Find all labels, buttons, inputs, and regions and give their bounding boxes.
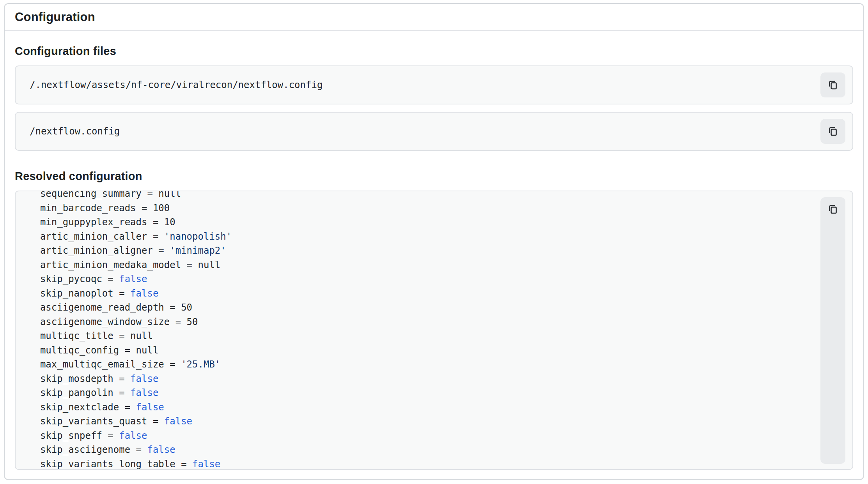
config-file-path: /.nextflow/assets/nf-core/viralrecon/nex… — [30, 79, 322, 90]
config-line: skip_snpeff = false — [29, 429, 810, 443]
config-line: sequencing_summary = null — [29, 191, 810, 201]
config-line: skip_mosdepth = false — [29, 372, 810, 386]
config-file-box: /nextflow.config — [15, 112, 853, 151]
config-file-box: /.nextflow/assets/nf-core/viralrecon/nex… — [15, 65, 853, 104]
copy-icon — [827, 125, 839, 137]
config-file-path: /nextflow.config — [30, 126, 120, 137]
page-title: Configuration — [15, 10, 95, 24]
resolved-configuration-heading: Resolved configuration — [15, 170, 853, 183]
config-line: asciigenome_read_depth = 50 — [29, 300, 810, 315]
config-line: skip_nanoplot = false — [29, 286, 810, 301]
config-line: asciigenome_window_size = 50 — [29, 315, 810, 329]
config-line: skip_variants_quast = false — [29, 414, 810, 429]
resolved-config-scroll-area[interactable]: sequencing_summary = null min_barcode_re… — [16, 191, 852, 469]
scrollbar-track[interactable] — [820, 197, 845, 464]
config-line: artic_minion_medaka_model = null — [29, 258, 810, 272]
copy-icon — [827, 79, 839, 91]
resolved-config-code: sequencing_summary = null min_barcode_re… — [29, 191, 810, 469]
config-line: multiqc_config = null — [29, 343, 810, 358]
config-line: skip_nextclade = false — [29, 400, 810, 415]
config-line: min_guppyplex_reads = 10 — [29, 215, 810, 230]
resolved-config-block: sequencing_summary = null min_barcode_re… — [15, 191, 853, 470]
configuration-card: Configuration Configuration files /.next… — [4, 3, 864, 480]
card-body: Configuration files /.nextflow/assets/nf… — [5, 44, 863, 470]
copy-button[interactable] — [820, 119, 845, 144]
config-line: artic_minion_caller = 'nanopolish' — [29, 230, 810, 244]
config-line: multiqc_title = null — [29, 329, 810, 343]
config-line: skip_pangolin = false — [29, 386, 810, 400]
copy-button[interactable] — [820, 197, 845, 222]
config-line: artic_minion_aligner = 'minimap2' — [29, 244, 810, 258]
copy-button[interactable] — [820, 72, 845, 97]
config-line: min_barcode_reads = 100 — [29, 201, 810, 216]
config-line: max_multiqc_email_size = '25.MB' — [29, 357, 810, 372]
config-line: skip_variants_long_table = false — [29, 457, 810, 470]
copy-icon — [827, 203, 839, 216]
config-line: skip_pycoqc = false — [29, 272, 810, 286]
configuration-files-heading: Configuration files — [15, 44, 853, 58]
card-header: Configuration — [5, 4, 863, 31]
config-line: skip_asciigenome = false — [29, 443, 810, 457]
